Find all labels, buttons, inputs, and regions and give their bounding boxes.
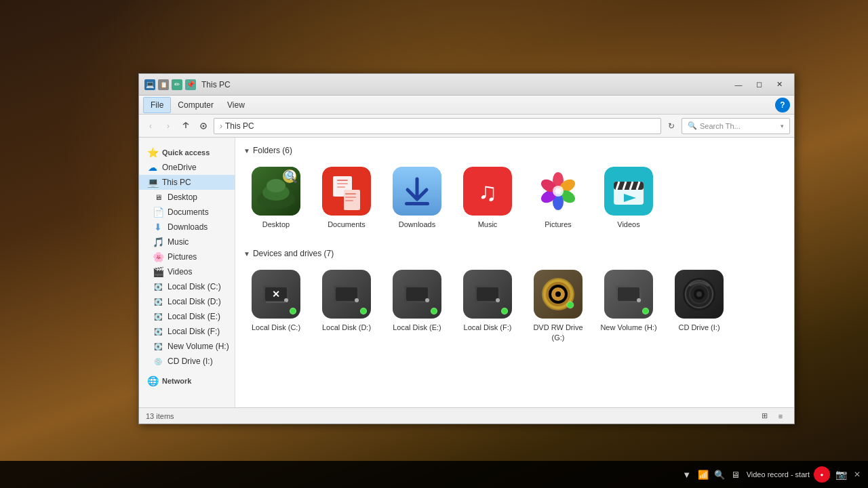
drive-item-h[interactable]: New Volume (H:): [596, 264, 661, 348]
drive-item-d[interactable]: Local Disk (D:): [314, 264, 379, 348]
folders-section-label: Folders (6): [253, 146, 292, 155]
sidebar-item-downloads[interactable]: ⬇ Downloads: [139, 220, 235, 235]
svg-rect-23: [405, 202, 429, 205]
taskbar-video-record-label: Video record - start: [747, 470, 810, 479]
folders-section-header[interactable]: ▼ Folders (6): [243, 143, 786, 161]
taskbar-record-button[interactable]: ●: [814, 466, 830, 483]
onedrive-icon: ☁: [147, 162, 158, 173]
taskbar-monitor-icon[interactable]: 🖥: [729, 468, 743, 481]
svg-rect-46: [266, 302, 286, 303]
sidebar-item-quick-access[interactable]: ⭐ Quick access: [139, 143, 235, 160]
folder-item-downloads[interactable]: Downloads: [384, 161, 450, 235]
sidebar-item-documents[interactable]: 📄 Documents: [139, 205, 235, 220]
taskbar-chevron-icon[interactable]: ▼: [680, 468, 694, 481]
folder-item-desktop[interactable]: Desktop: [243, 161, 309, 235]
sidebar-item-local-disk-d[interactable]: 💽 Local Disk (D:): [139, 294, 235, 309]
sidebar-item-onedrive[interactable]: ☁ OneDrive: [139, 160, 235, 175]
svg-text:✕: ✕: [272, 289, 280, 300]
folder-item-documents[interactable]: Documents: [314, 161, 379, 235]
maximize-button[interactable]: ◻: [749, 78, 768, 92]
sidebar-item-network[interactable]: 🌐 Network: [139, 371, 235, 388]
sidebar-item-new-volume-h[interactable]: 💽 New Volume (H:): [139, 339, 235, 354]
search-placeholder: Search Th...: [700, 122, 741, 130]
svg-text:♫: ♫: [478, 178, 498, 206]
sidebar-item-desktop[interactable]: 🖥 Desktop: [139, 190, 235, 205]
network-icon: 🌐: [147, 375, 158, 386]
drive-c-label: Local Disk (C:): [252, 323, 300, 332]
address-path[interactable]: › This PC: [214, 118, 661, 134]
sidebar-item-videos[interactable]: 🎬 Videos: [139, 264, 235, 279]
folder-item-pictures[interactable]: Pictures: [526, 161, 591, 235]
videos-folder-icon: [604, 167, 653, 216]
sidebar-item-music[interactable]: 🎵 Music: [139, 235, 235, 249]
drive-item-f[interactable]: Local Disk (F:): [455, 264, 520, 348]
drive-d-status-dot: [360, 308, 367, 314]
taskbar-search-icon[interactable]: 🔍: [713, 468, 726, 481]
sidebar: ⭐ Quick access ☁ OneDrive 💻 This PC 🖥 De…: [139, 138, 235, 407]
sidebar-item-local-disk-f[interactable]: 💽 Local Disk (F:): [139, 324, 235, 339]
taskbar: ▼ 📶 🔍 🖥 Video record - start ● 📷 ✕: [0, 461, 868, 488]
music-folder-icon: ♫: [463, 167, 512, 216]
search-dropdown-icon: ▾: [781, 123, 784, 129]
drive-e-icon: [393, 270, 441, 319]
pictures-sidebar-icon: 🌸: [153, 251, 163, 262]
drives-grid: ✕ Local Disk (C:): [243, 264, 786, 348]
drive-e-label: Local Disk (E:): [393, 323, 441, 332]
location-button[interactable]: [196, 119, 211, 134]
taskbar-close-button[interactable]: ✕: [852, 469, 863, 480]
address-path-text: This PC: [225, 121, 254, 131]
up-button[interactable]: [178, 119, 193, 134]
desktop-sidebar-icon: 🖥: [153, 192, 163, 203]
app-icon-2: 📋: [158, 79, 169, 90]
drive-d-icon: [322, 270, 371, 319]
search-box[interactable]: 🔍 Search Th... ▾: [682, 118, 790, 134]
sidebar-pictures-label: Pictures: [167, 252, 197, 262]
svg-rect-15: [337, 186, 345, 188]
sidebar-music-label: Music: [167, 237, 189, 247]
menu-file[interactable]: File: [143, 97, 171, 113]
forward-button[interactable]: ›: [161, 119, 176, 134]
large-icons-view-button[interactable]: ⊞: [757, 410, 771, 422]
sidebar-local-disk-d-label: Local Disk (D:): [167, 297, 221, 306]
sidebar-item-local-disk-c[interactable]: 💽 Local Disk (C:): [139, 279, 235, 294]
refresh-button[interactable]: ↻: [664, 119, 679, 134]
menu-computer[interactable]: Computer: [171, 98, 220, 113]
svg-rect-49: [336, 287, 357, 301]
drive-item-g[interactable]: DVD RW Drive (G:): [526, 264, 591, 348]
pc-icon: 💻: [147, 177, 158, 188]
svg-point-53: [425, 298, 429, 302]
svg-point-62: [555, 291, 561, 297]
sidebar-this-pc-label: This PC: [162, 178, 191, 187]
folder-item-videos[interactable]: Videos: [596, 161, 661, 235]
menu-view[interactable]: View: [220, 98, 252, 113]
drives-section-header[interactable]: ▼ Devices and drives (7): [243, 246, 786, 264]
drive-f-icon: [463, 270, 512, 319]
svg-point-7: [286, 170, 296, 180]
sidebar-item-cd-drive[interactable]: 💿 CD Drive (I:): [139, 354, 235, 369]
svg-rect-55: [477, 287, 498, 301]
help-button[interactable]: ?: [775, 98, 790, 113]
minimize-button[interactable]: —: [729, 78, 748, 92]
drive-i-label: CD Drive (I:): [678, 323, 719, 332]
back-button[interactable]: ‹: [143, 119, 158, 134]
taskbar-camera-icon[interactable]: 📷: [834, 468, 848, 481]
close-button[interactable]: ✕: [770, 78, 789, 92]
documents-folder-label: Documents: [328, 220, 366, 229]
svg-point-50: [355, 298, 359, 302]
sidebar-new-volume-h-label: New Volume (H:): [167, 342, 229, 351]
desktop-folder-label: Desktop: [262, 220, 290, 229]
volume-h-icon: 💽: [153, 341, 163, 352]
details-view-button[interactable]: ≡: [774, 410, 787, 422]
drive-h-icon: [604, 270, 653, 319]
taskbar-network-icon[interactable]: 📶: [696, 468, 710, 481]
drive-item-i[interactable]: CD Drive (I:): [667, 264, 732, 348]
folder-item-music[interactable]: ♫ Music: [455, 161, 520, 235]
sidebar-item-this-pc[interactable]: 💻 This PC: [139, 175, 235, 190]
svg-point-56: [496, 298, 500, 302]
music-folder-label: Music: [478, 220, 498, 229]
drive-item-c[interactable]: ✕ Local Disk (C:): [243, 264, 309, 348]
drive-item-e[interactable]: Local Disk (E:): [384, 264, 450, 348]
sidebar-item-pictures[interactable]: 🌸 Pictures: [139, 249, 235, 264]
svg-point-5: [267, 179, 285, 192]
sidebar-item-local-disk-e[interactable]: 💽 Local Disk (E:): [139, 309, 235, 324]
